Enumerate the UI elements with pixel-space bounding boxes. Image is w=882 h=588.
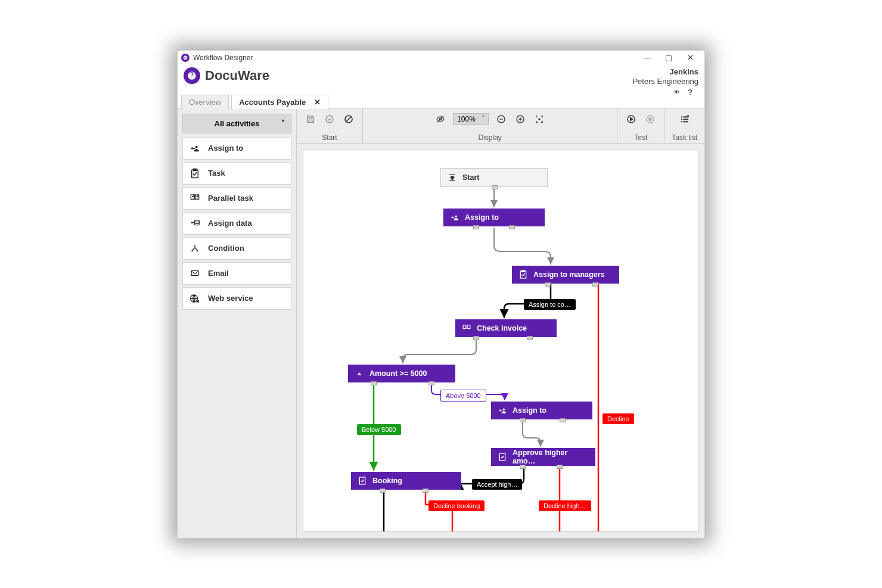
tasklist-button[interactable] <box>678 113 691 126</box>
announce-icon[interactable] <box>673 88 682 98</box>
svg-rect-25 <box>499 453 505 461</box>
validate-button[interactable] <box>323 113 336 126</box>
workflow-canvas[interactable]: Start Assign to Assign to managers <box>303 150 698 532</box>
svg-point-11 <box>539 119 540 120</box>
edge-label-above: Above 5000 <box>440 390 486 402</box>
user-org: Peters Engineering <box>632 77 698 86</box>
toolbar-group-test: Test <box>617 109 664 143</box>
sidebar: All activities ˄ Assign to Task Parallel… <box>178 109 297 538</box>
brand-name: DocuWare <box>205 68 269 83</box>
edge-label-below: Below 5000 <box>357 424 401 435</box>
activity-condition[interactable]: Condition <box>182 237 291 260</box>
assign-data-icon <box>189 218 201 229</box>
stop-button[interactable] <box>644 113 657 126</box>
edge-label-decline-high: Decline high… <box>539 500 591 511</box>
svg-rect-15 <box>681 116 682 117</box>
node-label: Booking <box>372 477 402 485</box>
node-check-invoice[interactable]: Check invoice <box>455 319 557 337</box>
task-icon <box>497 452 508 462</box>
tab-overview[interactable]: Overview <box>181 95 229 109</box>
visibility-icon[interactable] <box>434 113 447 126</box>
play-button[interactable] <box>625 113 638 126</box>
node-label: Assign to <box>513 406 546 415</box>
minimize-button[interactable]: — <box>636 52 658 64</box>
sidebar-header[interactable]: All activities ˄ <box>182 114 291 133</box>
toolbar-test-label: Test <box>634 133 647 142</box>
toolbar-start-label: Start <box>322 133 337 142</box>
node-label: Amount >= 5000 <box>369 369 427 378</box>
node-approve-higher[interactable]: Approve higher amo… <box>491 448 595 466</box>
toolbar-group-start: Start <box>297 109 363 143</box>
email-icon <box>189 268 201 279</box>
activity-label: Assign data <box>208 219 252 228</box>
edge-label-accept-high: Accept high… <box>472 479 522 490</box>
toolbar-display-label: Display <box>478 133 501 142</box>
toolbar-group-display: 100% Display <box>363 109 617 143</box>
svg-rect-24 <box>467 325 470 328</box>
svg-rect-14 <box>649 118 651 120</box>
activity-assign-data[interactable]: Assign data <box>182 212 291 235</box>
activity-assign-to[interactable]: Assign to <box>182 137 291 160</box>
task-icon <box>357 475 368 486</box>
user-name: Jenkins <box>632 67 698 77</box>
activity-label: Condition <box>208 244 244 253</box>
main: Start 100% Display <box>297 109 704 538</box>
svg-rect-17 <box>681 121 682 122</box>
parallel-task-icon <box>189 193 201 204</box>
activity-task[interactable]: Task <box>182 162 291 185</box>
svg-rect-23 <box>463 325 466 328</box>
cancel-icon[interactable] <box>342 113 355 126</box>
edge-label-decline-booking: Decline booking <box>428 500 485 511</box>
body: All activities ˄ Assign to Task Parallel… <box>178 109 704 538</box>
node-label: Assign to managers <box>533 270 604 279</box>
app-icon: ⚙ <box>181 54 190 62</box>
toolbar-group-tasklist: Task list <box>664 109 704 143</box>
tab-close-icon[interactable]: ✕ <box>314 98 321 107</box>
node-amount-condition[interactable]: Amount >= 5000 <box>348 365 455 382</box>
toolbar: Start 100% Display <box>297 109 704 144</box>
zoom-out-button[interactable] <box>495 113 508 126</box>
node-start[interactable]: Start <box>440 168 548 187</box>
activity-label: Assign to <box>208 144 243 153</box>
node-assign-to-1[interactable]: Assign to <box>443 209 545 226</box>
zoom-select[interactable]: 100% <box>453 113 489 125</box>
logo-icon <box>184 67 200 84</box>
activity-label: Web service <box>208 294 253 303</box>
activity-web-service[interactable]: Web service <box>182 287 291 310</box>
node-assign-managers[interactable]: Assign to managers <box>512 266 619 284</box>
parallel-task-icon <box>461 323 472 334</box>
close-window-button[interactable]: ✕ <box>679 52 701 64</box>
tab-accounts-payable[interactable]: Accounts Payable ✕ <box>231 95 328 109</box>
activity-list: Assign to Task Parallel task Assign data… <box>182 137 291 310</box>
task-icon <box>518 269 529 280</box>
activity-email[interactable]: Email <box>182 262 291 285</box>
node-assign-to-2[interactable]: Assign to <box>491 402 592 419</box>
svg-point-3 <box>194 220 199 222</box>
condition-icon <box>189 243 201 254</box>
header: DocuWare Jenkins Peters Engineering ? <box>178 65 704 92</box>
help-icon[interactable]: ? <box>688 88 692 98</box>
svg-point-6 <box>326 116 333 123</box>
sidebar-header-label: All activities <box>215 119 260 128</box>
task-icon <box>189 168 201 179</box>
tabs: Overview Accounts Payable ✕ <box>178 92 704 109</box>
start-icon <box>447 172 458 183</box>
activity-label: Task <box>208 169 225 178</box>
node-label: Approve higher amo… <box>513 449 589 465</box>
activity-parallel-task[interactable]: Parallel task <box>182 187 291 210</box>
activity-label: Parallel task <box>208 194 253 203</box>
chevron-up-icon: ˄ <box>281 119 285 127</box>
edge-label-assign-co: Assign to co… <box>524 299 576 310</box>
activity-label: Email <box>208 269 229 278</box>
canvas-wrap: Start Assign to Assign to managers <box>297 144 704 538</box>
fit-screen-button[interactable] <box>533 113 546 126</box>
node-label: Start <box>462 173 479 182</box>
maximize-button[interactable]: ▢ <box>658 52 679 64</box>
app-window: ⚙ Workflow Designer — ▢ ✕ DocuWare Jenki… <box>177 50 705 539</box>
save-button[interactable] <box>304 113 317 126</box>
window-title: Workflow Designer <box>193 54 253 62</box>
assign-to-icon <box>497 405 508 416</box>
assign-to-icon <box>449 212 460 223</box>
node-booking[interactable]: Booking <box>351 472 461 490</box>
zoom-in-button[interactable] <box>514 113 527 126</box>
